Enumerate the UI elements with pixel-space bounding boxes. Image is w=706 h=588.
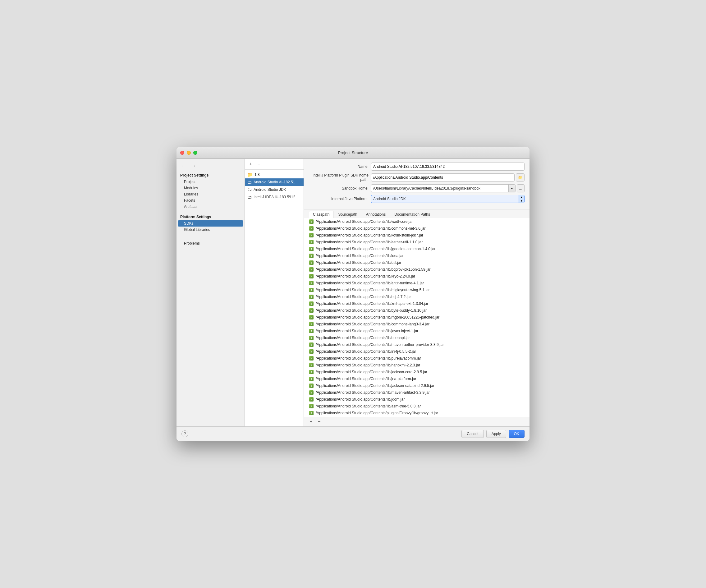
tab-documentation-paths[interactable]: Documentation Paths bbox=[390, 211, 434, 218]
list-item[interactable]: J /Applications/Android Studio.app/Conte… bbox=[304, 232, 530, 239]
jar-icon-img: J bbox=[309, 329, 314, 333]
name-input[interactable] bbox=[371, 162, 524, 171]
file-path: /Applications/Android Studio.app/Content… bbox=[316, 336, 410, 340]
back-button[interactable]: ← bbox=[180, 162, 188, 169]
list-item[interactable]: J /Applications/Android Studio.app/Conte… bbox=[304, 293, 530, 300]
list-item[interactable]: J /Applications/Android Studio.app/Conte… bbox=[304, 280, 530, 286]
jar-icon-img: J bbox=[309, 315, 314, 319]
jar-icon: J bbox=[309, 253, 314, 258]
close-button[interactable] bbox=[180, 151, 184, 155]
tabs-bar: Classpath Sourcepath Annotations Documen… bbox=[304, 209, 530, 218]
sandbox-select[interactable]: /Users/tianshi/Library/Caches/IntelliJId… bbox=[371, 184, 515, 192]
list-item[interactable]: J /Applications/Android Studio.app/Conte… bbox=[304, 300, 530, 307]
sidebar-item-project[interactable]: Project bbox=[176, 179, 244, 185]
internal-java-down[interactable]: ▼ bbox=[519, 199, 524, 203]
jar-icon-img: J bbox=[309, 343, 314, 347]
list-item[interactable]: J /Applications/Android Studio.app/Conte… bbox=[304, 368, 530, 376]
project-structure-window: Project Structure ← → Project Settings P… bbox=[176, 147, 530, 441]
list-item[interactable]: J /Applications/Android Studio.app/Conte… bbox=[304, 376, 530, 382]
tab-annotations[interactable]: Annotations bbox=[362, 211, 390, 218]
sdk-item-android-studio-ai[interactable]: 🗂 Android Studio AI-182.51 bbox=[245, 179, 304, 186]
list-item[interactable]: J /Applications/Android Studio.app/Conte… bbox=[304, 266, 530, 273]
file-list: J /Applications/Android Studio.app/Conte… bbox=[304, 218, 530, 417]
list-item[interactable]: J /Applications/Android Studio.app/Conte… bbox=[304, 259, 530, 266]
sidebar-item-facets[interactable]: Facets bbox=[176, 197, 244, 203]
list-item[interactable]: J /Applications/Android Studio.app/Conte… bbox=[304, 403, 530, 409]
jar-icon: J bbox=[309, 404, 314, 409]
list-item[interactable]: J /Applications/Android Studio.app/Conte… bbox=[304, 307, 530, 314]
file-path: /Applications/Android Studio.app/Content… bbox=[316, 253, 404, 258]
list-item[interactable]: J /Applications/Android Studio.app/Conte… bbox=[304, 273, 530, 280]
file-path: /Applications/Android Studio.app/Content… bbox=[316, 356, 421, 360]
list-item[interactable]: J /Applications/Android Studio.app/Conte… bbox=[304, 218, 530, 225]
internal-java-arrows: ▲ ▼ bbox=[519, 195, 524, 203]
list-item[interactable]: J /Applications/Android Studio.app/Conte… bbox=[304, 348, 530, 355]
platform-input[interactable] bbox=[371, 173, 515, 182]
jar-icon: J bbox=[309, 335, 314, 340]
sidebar-item-global-libraries[interactable]: Global Libraries bbox=[176, 227, 244, 233]
jar-icon: J bbox=[309, 390, 314, 395]
sidebar-item-sdks[interactable]: SDKs bbox=[178, 220, 243, 227]
jar-icon: J bbox=[309, 308, 314, 313]
file-path: /Applications/Android Studio.app/Content… bbox=[316, 274, 415, 278]
jar-icon: J bbox=[309, 349, 314, 354]
sandbox-browse-button[interactable]: … bbox=[517, 184, 524, 192]
help-button[interactable]: ? bbox=[182, 430, 188, 437]
list-item[interactable]: J /Applications/Android Studio.app/Conte… bbox=[304, 335, 530, 341]
platform-settings-header: Platform Settings bbox=[176, 213, 244, 220]
sdk-item-android-studio-jdk[interactable]: 🗂 Android Studio JDK bbox=[245, 186, 304, 193]
jar-icon: J bbox=[309, 410, 314, 416]
bottom-bar: ? Cancel Apply OK bbox=[176, 426, 530, 441]
list-item[interactable]: J /Applications/Android Studio.app/Conte… bbox=[304, 389, 530, 396]
form-area: Name: IntelliJ Platform Plugin SDK home … bbox=[304, 159, 530, 209]
jar-icon: J bbox=[309, 267, 314, 272]
list-item[interactable]: J /Applications/Android Studio.app/Conte… bbox=[304, 382, 530, 389]
list-item[interactable]: J /Applications/Android Studio.app/Conte… bbox=[304, 252, 530, 259]
list-item[interactable]: J /Applications/Android Studio.app/Conte… bbox=[304, 239, 530, 245]
tab-classpath[interactable]: Classpath bbox=[309, 211, 334, 218]
list-item[interactable]: J /Applications/Android Studio.app/Conte… bbox=[304, 314, 530, 321]
add-sdk-button[interactable]: + bbox=[247, 161, 254, 167]
right-panel: Name: IntelliJ Platform Plugin SDK home … bbox=[304, 159, 530, 426]
list-item[interactable]: J /Applications/Android Studio.app/Conte… bbox=[304, 396, 530, 403]
folder-icon: 📁 bbox=[247, 172, 252, 177]
sidebar-item-modules[interactable]: Modules bbox=[176, 185, 244, 191]
maximize-button[interactable] bbox=[193, 151, 197, 155]
sdk-item-intellij-idea[interactable]: 🗂 IntelliJ IDEA IU-183.5912.. bbox=[245, 193, 304, 201]
sdk-item-18[interactable]: 📁 1.8 bbox=[245, 171, 304, 179]
jar-icon: J bbox=[309, 287, 314, 292]
ok-button[interactable]: OK bbox=[509, 430, 524, 438]
list-item[interactable]: J /Applications/Android Studio.app/Conte… bbox=[304, 286, 530, 293]
sidebar-item-problems[interactable]: Problems bbox=[176, 240, 244, 246]
platform-browse-button[interactable]: 📁 bbox=[516, 173, 524, 182]
remove-sdk-button[interactable]: − bbox=[256, 161, 262, 167]
nav-arrows: ← → bbox=[176, 161, 244, 172]
list-item[interactable]: J /Applications/Android Studio.app/Conte… bbox=[304, 321, 530, 327]
list-item[interactable]: J /Applications/Android Studio.app/Conte… bbox=[304, 355, 530, 362]
internal-java-select[interactable]: Android Studio JDK ▲ ▼ bbox=[371, 195, 524, 203]
minimize-button[interactable] bbox=[187, 151, 191, 155]
list-item[interactable]: J /Applications/Android Studio.app/Conte… bbox=[304, 409, 530, 417]
jar-icon-img: J bbox=[309, 247, 314, 251]
sidebar-item-artifacts[interactable]: Artifacts bbox=[176, 203, 244, 210]
file-path: /Applications/Android Studio.app/Content… bbox=[316, 295, 411, 299]
cancel-button[interactable]: Cancel bbox=[462, 430, 483, 438]
list-item[interactable]: J /Applications/Android Studio.app/Conte… bbox=[304, 362, 530, 368]
tab-sourcepath[interactable]: Sourcepath bbox=[334, 211, 361, 218]
sandbox-dropdown-arrow[interactable]: ▼ bbox=[508, 185, 515, 192]
internal-java-up[interactable]: ▲ bbox=[519, 195, 524, 199]
sidebar-item-libraries[interactable]: Libraries bbox=[176, 191, 244, 197]
apply-button[interactable]: Apply bbox=[486, 430, 506, 438]
add-file-button[interactable]: + bbox=[308, 418, 314, 425]
forward-button[interactable]: → bbox=[190, 162, 198, 169]
sandbox-row: Sandbox Home: /Users/tianshi/Library/Cac… bbox=[309, 184, 524, 192]
list-item[interactable]: J /Applications/Android Studio.app/Conte… bbox=[304, 225, 530, 232]
list-item[interactable]: J /Applications/Android Studio.app/Conte… bbox=[304, 245, 530, 252]
jar-icon-img: J bbox=[309, 384, 314, 388]
list-item[interactable]: J /Applications/Android Studio.app/Conte… bbox=[304, 327, 530, 335]
remove-file-button[interactable]: − bbox=[316, 418, 322, 425]
file-path: /Applications/Android Studio.app/Content… bbox=[316, 308, 427, 313]
jar-icon-img: J bbox=[309, 349, 314, 354]
list-item[interactable]: J /Applications/Android Studio.app/Conte… bbox=[304, 341, 530, 348]
file-path: /Applications/Android Studio.app/Content… bbox=[316, 411, 438, 415]
